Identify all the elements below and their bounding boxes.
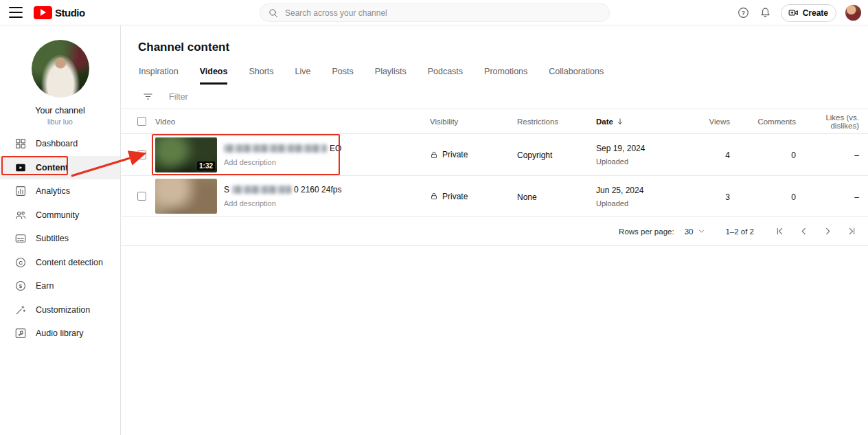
tab-shorts[interactable]: Shorts (249, 67, 273, 85)
channel-avatar[interactable] (32, 40, 89, 98)
tab-playlists[interactable]: Playlists (375, 67, 407, 85)
column-restrictions[interactable]: Restrictions (517, 118, 596, 126)
tab-collaborations[interactable]: Collaborations (549, 67, 604, 85)
filter-bar[interactable]: Filter (122, 85, 868, 109)
comments-value: 0 (791, 192, 796, 202)
sidebar-item-content[interactable]: Content (0, 156, 120, 180)
account-avatar[interactable] (845, 5, 861, 21)
tab-posts[interactable]: Posts (332, 67, 354, 85)
video-row-1[interactable]: 1:32 EO Add description Private Copyrigh… (122, 134, 868, 176)
blurred-thumbnail-image (155, 179, 217, 214)
sidebar-item-content-detection[interactable]: C Content detection (0, 251, 120, 275)
column-visibility[interactable]: Visibility (430, 118, 517, 126)
add-description-link[interactable]: Add description (224, 158, 341, 166)
sidebar-item-label: Audio library (36, 328, 83, 338)
analytics-icon (14, 185, 27, 198)
notifications-bell-icon[interactable] (759, 6, 772, 19)
date-status: Uploaded (596, 199, 678, 208)
sidebar-item-audio-library[interactable]: Audio library (0, 322, 120, 346)
channel-search[interactable] (260, 3, 610, 22)
rows-per-page-value[interactable]: 30 (685, 227, 694, 236)
sidebar-item-customization[interactable]: Customization (0, 298, 120, 322)
camera-plus-icon (788, 7, 799, 19)
top-bar: Studio ? Create (0, 0, 868, 25)
column-video[interactable]: Video (155, 118, 430, 126)
lock-icon (430, 192, 438, 201)
search-input[interactable] (285, 8, 580, 18)
tab-inspiration[interactable]: Inspiration (139, 67, 179, 85)
visibility-cell[interactable]: Private (430, 192, 517, 201)
pagination-range: 1–2 of 2 (725, 227, 754, 236)
dashboard-icon (14, 137, 27, 150)
magic-wand-icon (14, 303, 27, 316)
sidebar-item-subtitles[interactable]: Subtitles (0, 227, 120, 251)
create-button[interactable]: Create (781, 4, 836, 22)
sidebar-item-label: Customization (36, 305, 90, 315)
svg-text:C: C (19, 260, 23, 266)
column-views[interactable]: Views (678, 118, 730, 126)
likes-value: – (854, 150, 859, 160)
dollar-icon: $ (14, 280, 27, 293)
sidebar-item-earn[interactable]: $ Earn (0, 274, 120, 298)
date-status: Uploaded (596, 157, 678, 166)
column-comments[interactable]: Comments (730, 118, 796, 126)
add-description-link[interactable]: Add description (224, 199, 341, 208)
column-likes[interactable]: Likes (vs. dislikes) (796, 113, 868, 130)
views-value: 4 (725, 150, 730, 160)
video-thumbnail[interactable] (155, 179, 217, 214)
sidebar-item-label: Dashboard (36, 139, 78, 148)
svg-text:$: $ (19, 283, 22, 289)
video-title-tail: 0 2160 24fps (294, 185, 341, 194)
visibility-cell[interactable]: Private (430, 150, 517, 159)
select-all-checkbox[interactable] (137, 117, 146, 126)
tab-promotions[interactable]: Promotions (484, 67, 527, 85)
community-icon (14, 208, 27, 221)
search-icon (268, 8, 279, 19)
last-page-button[interactable] (847, 226, 857, 236)
row-checkbox[interactable] (137, 150, 146, 159)
video-title[interactable]: EO (224, 144, 341, 153)
first-page-button[interactable] (775, 226, 785, 236)
sidebar-item-label: Content detection (36, 258, 103, 267)
music-note-icon (14, 327, 27, 340)
restrictions-value[interactable]: Copyright (517, 150, 552, 160)
subtitles-icon (14, 232, 27, 245)
youtube-studio-logo[interactable]: Studio (34, 6, 85, 19)
next-page-button[interactable] (823, 226, 833, 236)
previous-page-button[interactable] (799, 226, 809, 236)
video-title[interactable]: S 0 2160 24fps (224, 185, 341, 194)
lock-icon (430, 150, 438, 159)
filter-label[interactable]: Filter (169, 92, 188, 102)
sidebar-item-label: Analytics (36, 186, 70, 196)
visibility-value: Private (442, 192, 468, 201)
sidebar-item-analytics[interactable]: Analytics (0, 179, 120, 203)
logo-text: Studio (55, 7, 85, 19)
row-checkbox[interactable] (137, 192, 146, 201)
sidebar-item-label: Content (36, 163, 68, 172)
sidebar-item-community[interactable]: Community (0, 203, 120, 227)
help-icon[interactable]: ? (737, 6, 750, 19)
tab-videos[interactable]: Videos (200, 67, 228, 85)
video-title-head: S (224, 185, 229, 194)
channel-name: libur luo (0, 118, 120, 126)
restrictions-value[interactable]: None (517, 192, 537, 202)
pagination-bar: Rows per page: 30 1–2 of 2 (122, 217, 868, 246)
sort-descending-icon (616, 118, 624, 126)
svg-text:?: ? (741, 10, 744, 16)
column-date[interactable]: Date (596, 118, 678, 126)
main-content: Channel content Inspiration Videos Short… (122, 25, 868, 435)
sidebar-item-label: Community (36, 210, 79, 220)
menu-icon[interactable] (9, 7, 23, 18)
page-title: Channel content (138, 41, 868, 53)
tab-live[interactable]: Live (295, 67, 311, 85)
tab-podcasts[interactable]: Podcasts (428, 67, 463, 85)
rows-per-page-dropdown[interactable] (697, 227, 706, 236)
comments-value: 0 (791, 150, 796, 160)
chevron-down-icon (697, 227, 706, 236)
sidebar-item-dashboard[interactable]: Dashboard (0, 132, 120, 156)
date-value: Sep 19, 2024 (596, 144, 678, 153)
date-value: Jun 25, 2024 (596, 186, 678, 195)
video-row-2[interactable]: S 0 2160 24fps Add description Private N… (122, 176, 868, 217)
video-thumbnail[interactable]: 1:32 (155, 137, 217, 172)
content-icon (14, 161, 27, 174)
